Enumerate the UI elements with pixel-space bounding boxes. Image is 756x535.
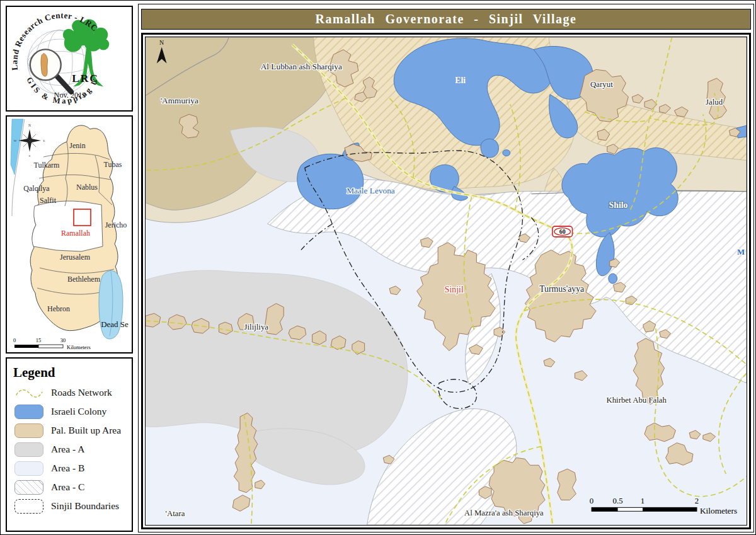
ov-scale-15: 15	[36, 337, 42, 343]
label-al-lubban: Al Lubban ash Sharqiya	[261, 62, 342, 71]
label-maale-levona: Maale Levona	[346, 186, 395, 195]
legend-box: Legend Roads Network Israeli Colony Pal.…	[6, 357, 133, 532]
label-qalqilya: Qalqilya	[23, 184, 50, 193]
label-turmusayya: Turmus'ayya	[539, 284, 584, 294]
map-document: LRC Nov. 2013 Land Research Center - LRC…	[0, 0, 756, 535]
legend-item-area-a: Area - A	[14, 440, 132, 459]
label-ramallah: Ramallah	[61, 229, 90, 238]
scale-1: 1	[641, 497, 644, 505]
legend-label: Pal. Built up Area	[51, 425, 121, 436]
sinjil-boundaries-swatch	[14, 499, 43, 514]
maale-levona-colony-shape	[297, 154, 364, 209]
label-eli: Eli	[455, 76, 466, 85]
area-b-swatch	[14, 461, 43, 476]
label-sinjil: Sinjil	[445, 285, 464, 294]
label-ammuriya: 'Ammuriya	[161, 96, 198, 105]
label-al-mazraa: Al Mazra'a ash Sharqiya	[464, 509, 544, 517]
scale-0: 0	[590, 497, 593, 505]
legend-title: Legend	[13, 365, 132, 381]
route-60-shield: 60	[553, 226, 573, 237]
north-label: N	[159, 39, 164, 46]
legend-item-area-c: Area - C	[14, 478, 132, 497]
west-bank-overview-box: N W E S Jenin Tulkarm Tubas Nablus Qalqi…	[6, 115, 133, 354]
label-qaryut: Qaryut	[590, 80, 613, 89]
overview-scale-bar: 0 15 30 Kilometers	[13, 337, 91, 350]
map-title: Ramallah Governorate - Sinjil Village	[316, 12, 577, 26]
legend-item-colony: Israeli Colony	[14, 402, 132, 421]
scale-05: 0.5	[613, 497, 623, 505]
label-atara: 'Atara	[166, 509, 185, 518]
lrc-logo-box: LRC Nov. 2013 Land Research Center - LRC…	[6, 6, 133, 112]
legend-item-builtup: Pal. Built up Area	[14, 421, 132, 440]
route-60-number: 60	[559, 228, 566, 235]
legend-label: Roads Network	[51, 387, 112, 398]
label-khirbet-abu-falah: Khirbet Abu Falah	[606, 396, 667, 405]
area-c-swatch	[14, 480, 43, 495]
sinjil-map: 60 N 'Ammuriya Al Lubban ash Sharqiya El…	[146, 37, 747, 525]
svg-text:S: S	[29, 154, 31, 158]
label-salfit: Salfit	[40, 196, 57, 205]
label-dead-sea: Dead Se	[101, 319, 129, 329]
label-jenin: Jenin	[69, 141, 85, 150]
ov-scale-0: 0	[13, 337, 16, 343]
lrc-logo: LRC Nov. 2013 Land Research Center - LRC…	[7, 7, 132, 110]
legend-label: Sinjil Boundaries	[51, 500, 119, 512]
label-shilo: Shilo	[609, 200, 628, 210]
legend-item-sinjil-boundaries: Sinjil Boundaries	[14, 497, 132, 515]
scale-2: 2	[695, 497, 699, 505]
roads-network-swatch	[14, 386, 43, 400]
label-nablus: Nablus	[76, 183, 98, 192]
israeli-colony-swatch	[14, 405, 43, 419]
main-map-panel: Ramallah Governorate - Sinjil Village	[138, 4, 754, 532]
legend-label: Area - C	[51, 481, 84, 493]
legend-item-roads: Roads Network	[14, 383, 132, 402]
svg-text:E: E	[43, 139, 45, 142]
label-jerusalem: Jerusalem	[60, 253, 91, 262]
map-frame: 60 N 'Ammuriya Al Lubban ash Sharqiya El…	[141, 33, 751, 529]
ramallah-governorate-shape	[32, 201, 103, 251]
west-bank-overview-map: N W E S Jenin Tulkarm Tubas Nablus Qalqi…	[7, 117, 132, 352]
legend-item-area-b: Area - B	[14, 459, 132, 478]
label-jalud: Jalud	[706, 98, 723, 106]
area-a-swatch	[14, 442, 43, 457]
svg-text:N: N	[28, 124, 31, 127]
ov-scale-30: 30	[60, 337, 66, 343]
label-jilijliya: Jilijliya	[244, 323, 269, 331]
legend-label: Area - B	[51, 463, 84, 474]
scale-unit: Kilometers	[700, 506, 737, 515]
label-tubas: Tubas	[104, 160, 122, 169]
svg-text:W: W	[14, 139, 17, 142]
label-jericho: Jericho	[105, 221, 127, 229]
legend-label: Area - A	[51, 444, 84, 455]
ov-scale-unit: Kilometers	[67, 344, 91, 350]
label-bethlehem: Bethlehem	[67, 275, 101, 284]
map-title-bar: Ramallah Governorate - Sinjil Village	[141, 9, 751, 30]
pal-builtup-swatch	[14, 423, 43, 438]
legend-label: Israeli Colony	[51, 406, 106, 417]
label-m-edge: M	[737, 248, 745, 256]
label-tulkarm: Tulkarm	[34, 161, 60, 170]
label-hebron: Hebron	[47, 304, 70, 313]
